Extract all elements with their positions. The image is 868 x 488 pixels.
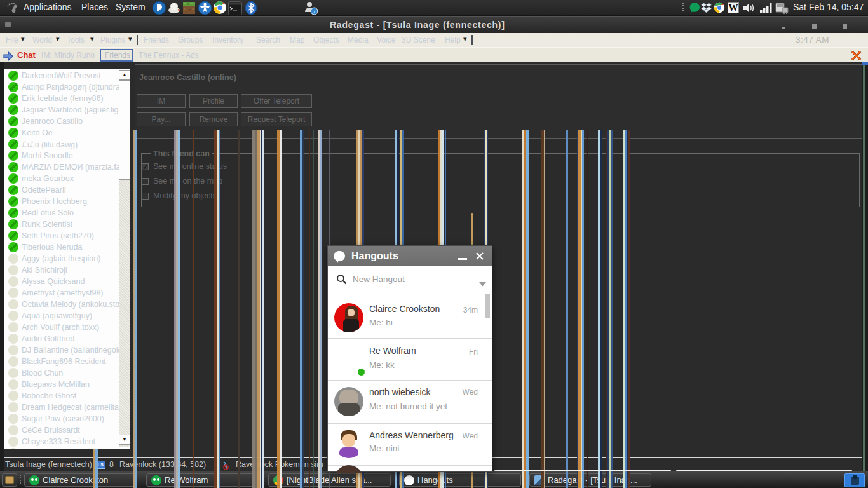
svg-text:i: i bbox=[313, 9, 315, 15]
